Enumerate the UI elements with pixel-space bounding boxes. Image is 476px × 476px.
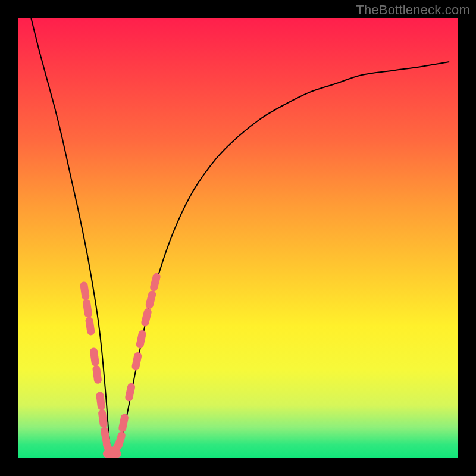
data-point	[89, 321, 91, 331]
data-point	[140, 334, 142, 345]
data-point	[84, 286, 86, 296]
data-point	[87, 303, 89, 314]
data-point	[136, 356, 138, 367]
curve-svg	[18, 18, 458, 458]
data-point	[154, 277, 156, 287]
data-point	[129, 387, 131, 397]
data-point	[96, 369, 98, 380]
watermark-text: TheBottleneck.com	[356, 2, 470, 18]
bottleneck-curve	[31, 18, 449, 455]
data-point	[100, 396, 101, 406]
data-point	[105, 431, 107, 441]
data-point	[149, 295, 152, 305]
data-point	[123, 418, 125, 428]
data-point	[118, 436, 121, 446]
data-point	[102, 414, 104, 424]
data-points	[84, 277, 156, 454]
plot-area	[18, 18, 458, 458]
data-point	[145, 312, 148, 322]
chart-frame: TheBottleneck.com	[0, 0, 476, 476]
data-point	[94, 352, 96, 362]
